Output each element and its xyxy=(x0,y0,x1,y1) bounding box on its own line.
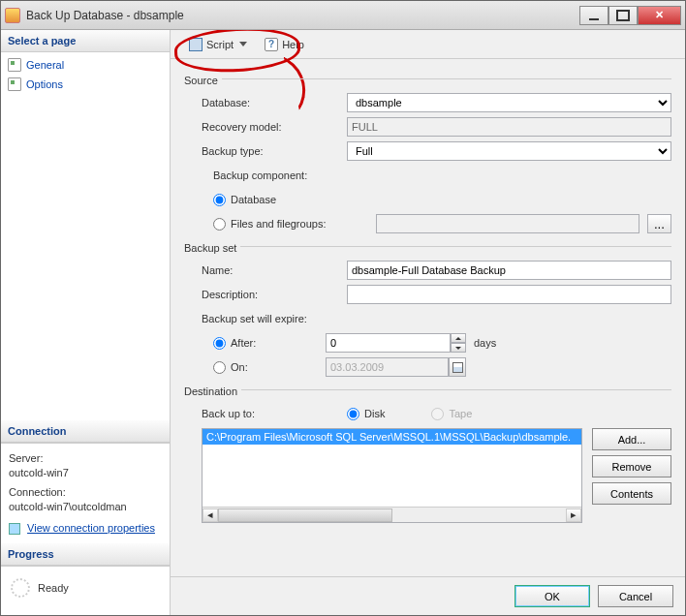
destination-header: Destination xyxy=(184,384,237,399)
progress-spinner-icon xyxy=(11,578,30,598)
after-days-input[interactable] xyxy=(326,333,451,353)
close-button[interactable] xyxy=(638,6,681,25)
view-connection-properties-link[interactable]: View connection properties xyxy=(27,522,155,534)
horizontal-scrollbar[interactable]: ◂ ▸ xyxy=(203,507,581,522)
on-radio[interactable]: On: xyxy=(213,361,326,374)
description-field[interactable] xyxy=(347,285,671,304)
disk-radio-input[interactable] xyxy=(347,408,359,420)
help-icon: ? xyxy=(265,38,278,51)
database-select[interactable]: dbsample xyxy=(347,93,671,112)
progress-header: Progress xyxy=(1,543,170,566)
backupset-header: Backup set xyxy=(184,240,236,256)
remove-button[interactable]: Remove xyxy=(592,455,671,477)
connection-value: outcold-win7\outcoldman xyxy=(9,501,162,512)
script-button[interactable]: Script xyxy=(180,34,256,55)
backup-to-label: Back up to: xyxy=(202,408,347,419)
contents-button[interactable]: Contents xyxy=(592,482,671,505)
scroll-thumb[interactable] xyxy=(218,508,392,522)
titlebar[interactable]: Back Up Database - dbsample xyxy=(1,1,685,30)
cancel-button[interactable]: Cancel xyxy=(598,585,673,607)
destination-list[interactable]: C:\Program Files\Microsoft SQL Server\MS… xyxy=(202,428,582,523)
on-radio-input[interactable] xyxy=(213,361,226,374)
after-radio[interactable]: After: xyxy=(213,337,326,350)
minimize-button[interactable] xyxy=(579,6,608,25)
help-label: Help xyxy=(282,39,304,50)
progress-status: Ready xyxy=(38,582,69,594)
on-date-field xyxy=(326,357,449,377)
calendar-icon[interactable] xyxy=(449,357,466,377)
after-radio-input[interactable] xyxy=(213,337,226,350)
database-radio[interactable]: Database xyxy=(213,194,276,206)
backup-type-label: Backup type: xyxy=(202,145,347,157)
window-title: Back Up Database - dbsample xyxy=(26,9,579,22)
scroll-left-icon[interactable]: ◂ xyxy=(203,508,218,522)
files-radio[interactable]: Files and filegroups: xyxy=(213,218,376,231)
expire-label: Backup set will expire: xyxy=(202,313,347,324)
dialog-footer: OK Cancel xyxy=(171,576,685,615)
server-label: Server: xyxy=(9,452,162,464)
database-radio-input[interactable] xyxy=(213,194,226,206)
backup-component-label: Backup component: xyxy=(213,169,359,181)
script-label: Script xyxy=(206,39,234,50)
spin-up-icon[interactable] xyxy=(451,333,466,343)
properties-icon xyxy=(9,523,20,535)
app-icon xyxy=(5,8,20,23)
connection-header: Connection xyxy=(1,420,170,443)
sidebar-item-general[interactable]: General xyxy=(1,55,170,75)
recovery-model-label: Recovery model: xyxy=(202,121,347,133)
dialog-window: Back Up Database - dbsample Select a pag… xyxy=(0,0,686,616)
server-value: outcold-win7 xyxy=(9,467,162,478)
ok-button[interactable]: OK xyxy=(514,585,590,607)
files-radio-input[interactable] xyxy=(213,218,226,231)
backup-type-select[interactable]: Full xyxy=(347,141,671,161)
toolbar: Script ? Help xyxy=(171,30,685,59)
filegroups-browse-button[interactable]: ... xyxy=(647,214,671,233)
days-unit: days xyxy=(474,337,496,349)
page-icon xyxy=(8,58,21,72)
scroll-right-icon[interactable]: ▸ xyxy=(566,508,581,522)
filegroups-field xyxy=(376,214,639,233)
connection-label: Connection: xyxy=(9,486,162,498)
tape-radio-input xyxy=(431,408,444,420)
description-label: Description: xyxy=(202,289,347,300)
disk-radio[interactable]: Disk xyxy=(347,408,385,420)
sidebar-item-label: General xyxy=(26,59,64,71)
after-days-stepper[interactable] xyxy=(326,333,466,353)
name-label: Name: xyxy=(202,264,347,276)
destination-list-item[interactable]: C:\Program Files\Microsoft SQL Server\MS… xyxy=(203,429,581,445)
sidebar: Select a page General Options Connection… xyxy=(1,30,171,615)
spin-down-icon[interactable] xyxy=(451,343,466,353)
page-icon xyxy=(8,77,21,91)
tape-radio: Tape xyxy=(431,408,472,420)
chevron-down-icon xyxy=(239,42,247,46)
add-button[interactable]: Add... xyxy=(592,428,671,450)
maximize-button[interactable] xyxy=(608,6,638,25)
name-field[interactable] xyxy=(347,261,671,280)
sidebar-item-options[interactable]: Options xyxy=(1,75,170,94)
source-header: Source xyxy=(184,73,218,88)
database-label: Database: xyxy=(202,97,347,108)
select-page-header: Select a page xyxy=(1,30,170,52)
script-icon xyxy=(189,38,203,51)
help-button[interactable]: ? Help xyxy=(256,34,313,55)
sidebar-item-label: Options xyxy=(26,78,63,90)
recovery-model-field xyxy=(347,117,671,137)
